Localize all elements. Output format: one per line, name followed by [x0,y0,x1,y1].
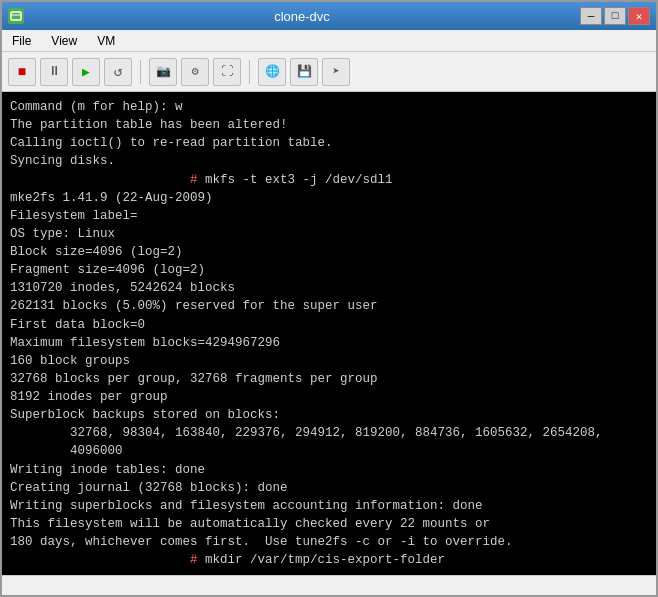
toolbar: ■ ⏸ ▶ ↺ 📷 ⚙ ⛶ 🌐 💾 ➤ [2,52,656,92]
terminal-area[interactable]: Command (m for help): wThe partition tab… [2,92,656,575]
stop-icon: ■ [18,64,26,80]
menu-vm[interactable]: VM [91,32,121,50]
svg-rect-0 [11,12,21,20]
terminal-line: OS type: Linux [10,225,648,243]
fullscreen-icon: ⛶ [221,64,233,79]
terminal-line: Maximum filesystem blocks=4294967296 [10,334,648,352]
terminal-line: # mkfs -t ext3 -j /dev/sdl1 [10,171,648,189]
play-button[interactable]: ▶ [72,58,100,86]
play-icon: ▶ [82,64,90,80]
vm-icon [8,8,24,24]
close-button[interactable]: ✕ [628,7,650,25]
terminal-line: Fragment size=4096 (log=2) [10,261,648,279]
menu-view[interactable]: View [45,32,83,50]
terminal-line: 1310720 inodes, 5242624 blocks [10,279,648,297]
menu-file[interactable]: File [6,32,37,50]
title-bar: clone-dvc — □ ✕ [2,2,656,30]
terminal-line: Superblock backups stored on blocks: [10,406,648,424]
minimize-button[interactable]: — [580,7,602,25]
terminal-line: 32768, 98304, 163840, 229376, 294912, 81… [10,424,648,442]
terminal-line: 180 days, whichever comes first. Use tun… [10,533,648,551]
window-title: clone-dvc [24,9,580,24]
terminal-line: Calling ioctl() to re-read partition tab… [10,134,648,152]
terminal-line: Command (m for help): w [10,98,648,116]
window-controls: — □ ✕ [580,7,650,25]
terminal-line: # mkdir /var/tmp/cis-export-folder [10,551,648,569]
terminal-line: This filesystem will be automatically ch… [10,515,648,533]
send-button[interactable]: ➤ [322,58,350,86]
terminal-line: First data block=0 [10,316,648,334]
menu-bar: File View VM [2,30,656,52]
capture-icon: 📷 [156,64,171,79]
refresh-icon: ↺ [114,63,122,80]
separator-1 [140,60,141,84]
send-icon: ➤ [332,64,339,79]
terminal-line: Syncing disks. [10,152,648,170]
stop-button[interactable]: ■ [8,58,36,86]
pause-button[interactable]: ⏸ [40,58,68,86]
fullscreen-button[interactable]: ⛶ [213,58,241,86]
terminal-line: Writing inode tables: done [10,461,648,479]
terminal-line: 160 block groups [10,352,648,370]
terminal-line: Creating journal (32768 blocks): done [10,479,648,497]
terminal-line: 4096000 [10,442,648,460]
network-icon: 🌐 [265,64,280,79]
terminal-line: 32768 blocks per group, 32768 fragments … [10,370,648,388]
terminal-line: Block size=4096 (log=2) [10,243,648,261]
terminal-line: Writing superblocks and filesystem accou… [10,497,648,515]
refresh-button[interactable]: ↺ [104,58,132,86]
prefs-button[interactable]: ⚙ [181,58,209,86]
pause-icon: ⏸ [48,64,61,79]
terminal-line: Filesystem label= [10,207,648,225]
terminal-line: The partition table has been altered! [10,116,648,134]
separator-2 [249,60,250,84]
suspend-button[interactable]: 💾 [290,58,318,86]
maximize-button[interactable]: □ [604,7,626,25]
prefs-icon: ⚙ [191,64,198,79]
terminal-line: 8192 inodes per group [10,388,648,406]
terminal-line: mke2fs 1.41.9 (22-Aug-2009) [10,189,648,207]
status-bar [2,575,656,595]
capture-button[interactable]: 📷 [149,58,177,86]
main-window: clone-dvc — □ ✕ File View VM ■ ⏸ ▶ ↺ [0,0,658,597]
terminal-line: 262131 blocks (5.00%) reserved for the s… [10,297,648,315]
network-button[interactable]: 🌐 [258,58,286,86]
suspend-icon: 💾 [297,64,312,79]
